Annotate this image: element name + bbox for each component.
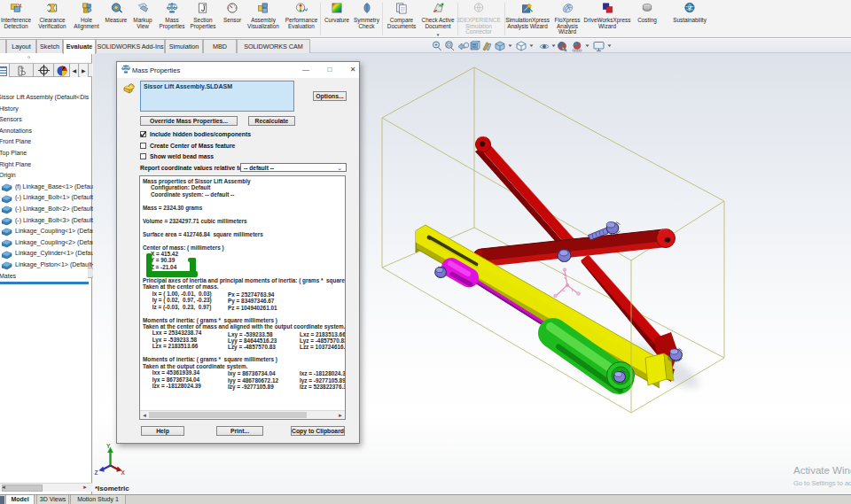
svg-text:Z: Z [95,469,98,476]
svg-text:X: X [121,469,126,476]
